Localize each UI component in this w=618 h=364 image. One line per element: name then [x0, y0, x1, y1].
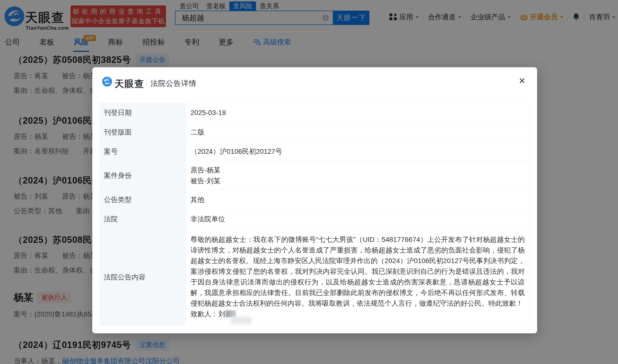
row-label: 公告类型	[100, 190, 186, 209]
signer-text: 致歉人：刘	[190, 310, 225, 318]
row-value: 其他	[190, 194, 529, 205]
announcement-signer: 致歉人：刘	[190, 309, 525, 319]
redacted-name-blur	[225, 310, 255, 317]
table-row: 案件身份 原告-杨某 被告-刘某	[100, 161, 529, 190]
row-label: 案件身份	[100, 161, 186, 190]
row-value: 二版	[190, 127, 529, 138]
table-row: 法院 非法院单位	[100, 209, 529, 228]
table-row: 公告类型 其他	[100, 190, 529, 209]
row-label: 法院公告内容	[100, 229, 186, 325]
table-row: 法院公告内容 尊敬的杨超越女士：我在名下的微博账号“七七大男孩”（UID：548…	[100, 228, 529, 325]
row-value: 非法院单位	[190, 214, 529, 225]
table-row: 刊登日期 2025-03-18	[100, 103, 529, 122]
row-label: 案号	[100, 142, 186, 161]
row-value-line1: 原告-杨某	[190, 165, 529, 176]
court-announcement-modal: 天眼查 法院公告详情 × 刊登日期 2025-03-18 刊登版面 二版 案号 …	[92, 67, 537, 333]
row-value-line2: 被告-刘某	[190, 176, 529, 186]
divider	[146, 79, 146, 87]
close-icon[interactable]: ×	[516, 75, 528, 87]
modal-title: 法院公告详情	[150, 78, 196, 89]
row-value: （2024）沪0106民初20127号	[190, 146, 529, 157]
modal-brand: 天眼查	[115, 78, 144, 90]
announcement-content: 尊敬的杨超越女士：我在名下的微博账号“七七大男孩”（UID：5481776674…	[190, 234, 525, 309]
table-row: 案号 （2024）沪0106民初20127号	[100, 142, 529, 161]
row-label: 法院	[100, 209, 186, 228]
row-label: 刊登日期	[100, 103, 186, 122]
detail-table: 刊登日期 2025-03-18 刊登版面 二版 案号 （2024）沪0106民初…	[100, 103, 529, 326]
page: 天眼查 TianYanCha.com 都在用的商业查询工具 国家中小企业发展子基…	[0, 0, 618, 364]
row-value: 2025-03-18	[190, 107, 529, 118]
row-label: 刊登版面	[100, 123, 186, 142]
table-row: 刊登版面 二版	[100, 122, 529, 142]
tianyancha-logo-icon	[102, 77, 112, 87]
